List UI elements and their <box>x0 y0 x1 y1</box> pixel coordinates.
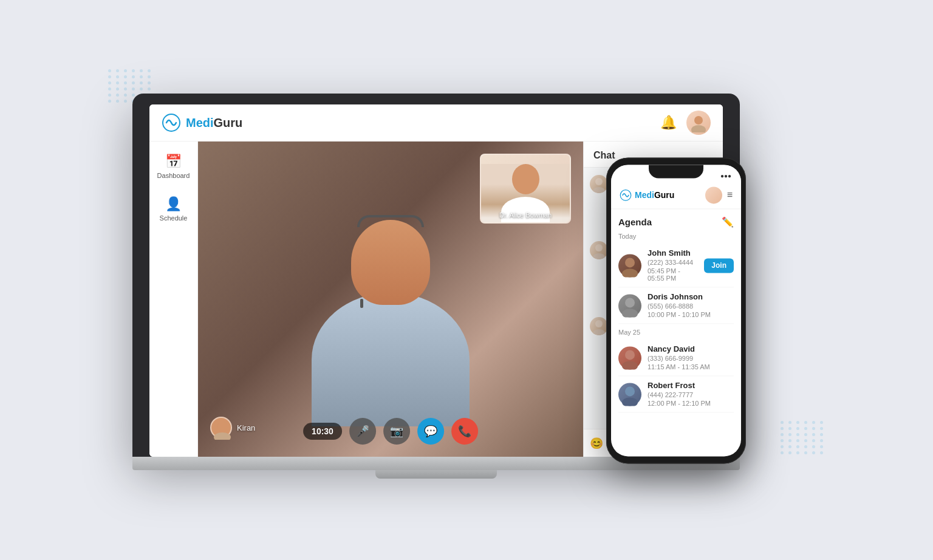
phone-menu-icon[interactable]: ≡ <box>727 190 733 200</box>
camera-button[interactable]: 📷 <box>383 418 410 445</box>
agenda-item-robert-frost[interactable]: Robert Frost (444) 222-7777 12:00 PM - 1… <box>618 376 734 412</box>
doris-johnson-avatar <box>618 294 641 317</box>
sidebar-dashboard-label: Dashboard <box>157 172 190 179</box>
phone-logo: MediGuru <box>620 189 674 201</box>
video-controls: 10:30 🎤 📷 💬 📞 <box>303 418 478 445</box>
john-smith-info: John Smith (222) 333-4444 05:45 PM - 05:… <box>648 248 698 282</box>
svg-point-19 <box>622 309 638 317</box>
dr-alice-avatar-3 <box>590 317 608 335</box>
agenda-edit-icon[interactable]: ✏️ <box>722 216 734 228</box>
sidebar-item-schedule[interactable]: 👤 Schedule <box>152 190 195 228</box>
small-body <box>501 197 550 224</box>
dr-alice-avatar-1 <box>590 175 608 193</box>
svg-point-13 <box>595 320 603 327</box>
today-label: Today <box>618 233 734 240</box>
nancy-david-avatar <box>618 346 641 369</box>
dashboard-icon: 📅 <box>165 154 182 169</box>
phone-device: ●●● MediGuru ≡ <box>606 157 746 463</box>
video-area: Dr. Alice Bowman Kiran <box>198 142 583 457</box>
robert-frost-avatar <box>618 383 641 406</box>
robert-frost-info: Robert Frost (444) 222-7777 12:00 PM - 1… <box>648 381 734 407</box>
john-smith-avatar <box>618 254 641 277</box>
svg-point-18 <box>625 298 635 307</box>
decorative-dots-bottom-right: for(let i=0;i<36;i++) document.currentSc… <box>781 421 825 454</box>
phone-header: MediGuru ≡ <box>611 182 741 209</box>
end-call-button[interactable]: 📞 <box>451 418 478 445</box>
svg-point-1 <box>694 116 703 125</box>
app-header: MediGuru 🔔 <box>149 104 723 142</box>
laptop-stand <box>375 470 497 479</box>
sidebar: 📅 Dashboard 👤 Schedule <box>149 142 198 457</box>
svg-point-16 <box>625 258 635 267</box>
svg-point-22 <box>625 386 635 396</box>
dr-alice-avatar-2 <box>590 241 608 259</box>
notification-bell-icon[interactable]: 🔔 <box>660 115 677 131</box>
phone-user-avatar[interactable] <box>705 186 722 203</box>
logo: MediGuru <box>162 113 242 132</box>
schedule-icon: 👤 <box>165 196 182 212</box>
caller-avatar <box>210 417 232 439</box>
small-video-overlay: Dr. Alice Bowman <box>480 154 571 224</box>
svg-point-6 <box>593 187 605 193</box>
phone-notch <box>649 165 703 178</box>
logo-text: MediGuru <box>186 116 242 130</box>
callee-name-label: Dr. Alice Bowman <box>481 211 570 219</box>
svg-point-4 <box>214 432 231 440</box>
agenda-item-doris-johnson[interactable]: Doris Johnson (555) 666-8888 10:00 PM - … <box>618 287 734 324</box>
john-smith-join-button[interactable]: Join <box>704 258 734 273</box>
call-timer: 10:30 <box>303 423 342 440</box>
small-head <box>512 164 539 194</box>
sidebar-item-dashboard[interactable]: 📅 Dashboard <box>152 148 195 185</box>
phone-body: Agenda ✏️ Today John Smith (222) 333-444… <box>611 209 741 456</box>
header-right: 🔔 <box>660 111 711 135</box>
nancy-david-info: Nancy David (333) 666-9999 11:15 AM - 11… <box>648 344 734 370</box>
emoji-icon[interactable]: 😊 <box>590 437 603 450</box>
svg-point-23 <box>622 397 638 406</box>
phone-screen: ●●● MediGuru ≡ <box>611 165 741 456</box>
svg-point-21 <box>622 361 638 369</box>
may25-label: May 25 <box>618 329 734 336</box>
svg-point-3 <box>217 422 227 431</box>
mute-button[interactable]: 🎤 <box>349 418 376 445</box>
logo-icon <box>162 113 181 132</box>
svg-point-17 <box>622 268 638 277</box>
video-person <box>312 220 470 426</box>
doris-johnson-info: Doris Johnson (555) 666-8888 10:00 PM - … <box>648 292 734 318</box>
svg-point-10 <box>593 253 605 259</box>
user-avatar[interactable] <box>686 111 711 135</box>
caller-name-label: Kiran <box>237 423 255 432</box>
agenda-section-title: Agenda ✏️ <box>618 216 734 228</box>
svg-point-9 <box>595 244 603 251</box>
agenda-item-nancy-david[interactable]: Nancy David (333) 666-9999 11:15 AM - 11… <box>618 340 734 376</box>
svg-point-5 <box>595 178 603 185</box>
phone-frame: ●●● MediGuru ≡ <box>606 157 746 463</box>
svg-point-20 <box>625 350 635 360</box>
agenda-item-john-smith[interactable]: John Smith (222) 333-4444 05:45 PM - 05:… <box>618 244 734 287</box>
caller-info: Kiran <box>210 417 255 439</box>
svg-point-2 <box>691 125 706 132</box>
phone-logo-icon <box>620 189 632 201</box>
chat-button[interactable]: 💬 <box>417 418 444 445</box>
svg-point-14 <box>593 329 605 335</box>
sidebar-schedule-label: Schedule <box>160 214 188 222</box>
